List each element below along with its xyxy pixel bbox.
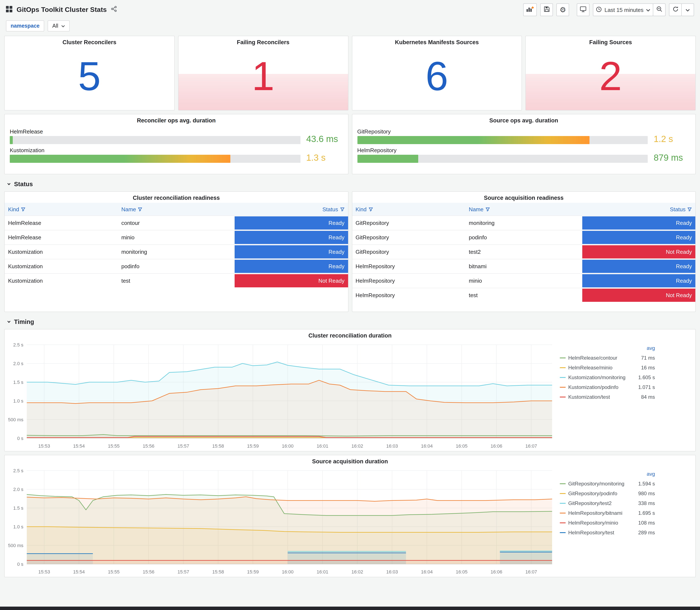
- svg-text:16:05: 16:05: [456, 443, 468, 449]
- legend-item[interactable]: HelmRepository/bitnami1.695 s: [560, 508, 655, 518]
- legend-item[interactable]: GitRepository/podinfo980 ms: [560, 488, 655, 498]
- series-avg-value: 980 ms: [629, 490, 655, 496]
- svg-text:15:53: 15:53: [38, 569, 50, 575]
- svg-text:16:01: 16:01: [316, 569, 328, 575]
- panel-title[interactable]: Failing Reconcilers: [179, 36, 348, 47]
- panel-title[interactable]: Failing Sources: [526, 36, 696, 47]
- series-color-swatch: [560, 483, 566, 484]
- cycle-view-button[interactable]: [577, 3, 589, 16]
- panel-title[interactable]: Source acquisition duration: [5, 455, 695, 466]
- legend-item[interactable]: GitRepository/monitoring1.594 s: [560, 479, 655, 488]
- dashboard: GitOps Toolkit Cluster Stats ⚙: [0, 0, 700, 610]
- time-range-picker[interactable]: Last 15 minutes: [593, 3, 653, 16]
- panel-title[interactable]: Source ops avg. duration: [357, 114, 690, 125]
- save-dashboard-button[interactable]: [540, 3, 553, 16]
- stat-value: 6: [352, 47, 522, 110]
- legend-item[interactable]: GitRepository/test2338 ms: [560, 498, 655, 508]
- legend-item[interactable]: HelmRelease/minio16 ms: [560, 363, 655, 372]
- series-color-swatch: [560, 377, 566, 378]
- legend-header[interactable]: avg: [560, 469, 655, 479]
- panel-source-acquisition-readiness: Source acquisition readiness KindNameSta…: [352, 191, 696, 312]
- legend-item[interactable]: Kustomization/monitoring1.605 s: [560, 372, 655, 382]
- svg-text:1.0 s: 1.0 s: [13, 398, 23, 404]
- save-icon: [543, 6, 550, 14]
- column-header-kind[interactable]: Kind: [5, 203, 118, 216]
- dashboard-title: GitOps Toolkit Cluster Stats: [17, 6, 107, 14]
- legend-item[interactable]: Kustomization/podinfo1.071 s: [560, 382, 655, 392]
- svg-text:16:06: 16:06: [491, 443, 502, 449]
- time-series-plot[interactable]: 15:5315:5415:5515:5615:5715:5815:5916:00…: [6, 466, 555, 576]
- filter-icon[interactable]: [485, 207, 490, 212]
- filter-icon[interactable]: [138, 207, 142, 212]
- dashboard-settings-button[interactable]: ⚙: [556, 3, 569, 16]
- section-status[interactable]: Status: [0, 178, 700, 191]
- svg-text:2.0 s: 2.0 s: [13, 487, 23, 492]
- filter-icon[interactable]: [340, 207, 344, 212]
- svg-text:16:00: 16:00: [282, 569, 293, 575]
- svg-text:15:55: 15:55: [108, 443, 120, 449]
- gauge-track: [10, 155, 300, 163]
- add-panel-button[interactable]: [523, 3, 537, 16]
- gauge-track: [10, 136, 300, 144]
- svg-text:16:02: 16:02: [352, 569, 363, 575]
- cell-name: test: [118, 274, 234, 288]
- cell-name: minio: [466, 274, 582, 288]
- column-header-kind[interactable]: Kind: [352, 203, 466, 216]
- panel-title[interactable]: Kubernetes Manifests Sources: [352, 36, 522, 47]
- stats-row: Cluster Reconcilers 5 Failing Reconciler…: [4, 36, 696, 111]
- filter-icon[interactable]: [368, 207, 373, 212]
- filter-icon[interactable]: [21, 207, 26, 212]
- legend-item[interactable]: HelmRepository/minio108 ms: [560, 518, 655, 528]
- series-name: HelmRepository/minio: [568, 520, 629, 526]
- status-badge: Ready: [582, 216, 695, 229]
- section-timing[interactable]: Timing: [0, 316, 700, 329]
- legend-item[interactable]: HelmRelease/contour71 ms: [560, 353, 655, 363]
- cell-name: test: [466, 288, 582, 302]
- dashboard-grid-icon[interactable]: [6, 6, 12, 14]
- status-badge: Not Ready: [582, 289, 695, 302]
- gauge-value: 879 ms: [654, 153, 690, 163]
- zoom-out-icon: [656, 6, 662, 14]
- svg-text:15:55: 15:55: [108, 569, 120, 575]
- panel-source-ops-duration: Source ops avg. duration GitRepository 1…: [352, 114, 696, 174]
- cell-name: podinfo: [466, 230, 582, 245]
- legend-item[interactable]: HelmRepository/test289 ms: [560, 528, 655, 537]
- table-row: HelmReleasecontourReady: [5, 216, 348, 230]
- svg-text:0 s: 0 s: [17, 562, 23, 567]
- legend-item[interactable]: Kustomization/test84 ms: [560, 392, 655, 402]
- svg-text:16:04: 16:04: [421, 443, 433, 449]
- time-series-plot[interactable]: 15:5315:5415:5515:5615:5715:5815:5916:00…: [6, 340, 555, 450]
- zoom-out-time-button[interactable]: [653, 3, 666, 16]
- column-header-status[interactable]: Status: [234, 203, 348, 216]
- gauge-fill: [357, 155, 418, 163]
- svg-text:16:02: 16:02: [352, 443, 363, 449]
- column-header-name[interactable]: Name: [466, 203, 582, 216]
- column-header-status[interactable]: Status: [582, 203, 695, 216]
- cell-name: contour: [118, 216, 234, 230]
- refresh-button[interactable]: [669, 3, 682, 16]
- variable-namespace-value-dropdown[interactable]: All: [48, 20, 70, 31]
- status-badge: Not Ready: [234, 274, 348, 287]
- panel-title[interactable]: Cluster reconciliation duration: [5, 330, 695, 340]
- legend-header[interactable]: avg: [560, 343, 655, 353]
- share-icon[interactable]: [111, 6, 117, 14]
- refresh-interval-dropdown[interactable]: [681, 3, 694, 16]
- series-avg-value: 16 ms: [629, 365, 655, 370]
- panel-title[interactable]: Cluster reconciliation readiness: [5, 192, 348, 203]
- gauge-row: GitRepository 1.2 s: [357, 128, 690, 144]
- cell-kind: HelmRepository: [352, 288, 466, 302]
- column-header-name[interactable]: Name: [118, 203, 234, 216]
- panel-title[interactable]: Source acquisition readiness: [352, 192, 695, 203]
- panel-cluster-reconciliation-readiness: Cluster reconciliation readiness KindNam…: [4, 191, 348, 312]
- filter-icon[interactable]: [687, 207, 692, 212]
- panel-failing-sources: Failing Sources 2: [525, 36, 696, 111]
- panel-title[interactable]: Cluster Reconcilers: [5, 36, 174, 47]
- series-color-swatch: [560, 532, 566, 533]
- svg-text:15:59: 15:59: [247, 569, 259, 575]
- gauge-track: [357, 136, 648, 144]
- svg-text:15:58: 15:58: [212, 443, 224, 449]
- status-badge: Ready: [582, 231, 695, 244]
- cell-status: Not Ready: [234, 274, 348, 288]
- gauge-label: GitRepository: [357, 128, 648, 135]
- panel-title[interactable]: Reconciler ops avg. duration: [10, 114, 343, 125]
